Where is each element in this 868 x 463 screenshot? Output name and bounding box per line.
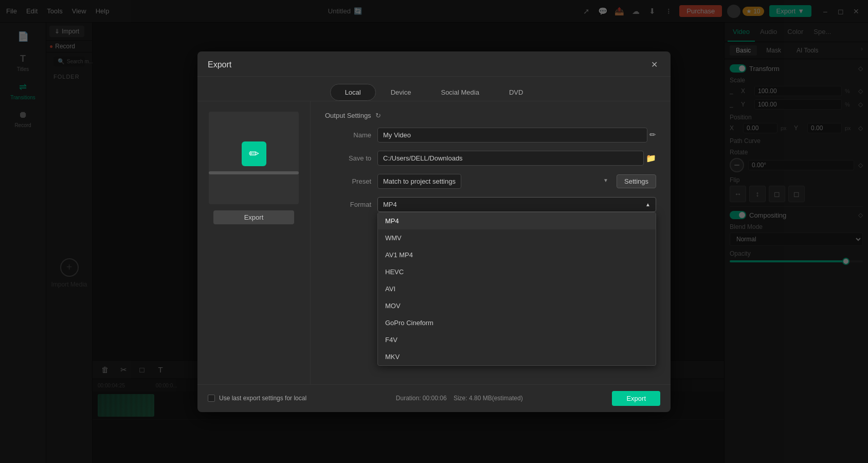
modal-settings: Output Settings ↻ Name ✏ Save to xyxy=(311,101,671,384)
format-option-mkv[interactable]: MKV xyxy=(378,348,656,365)
preset-group: Match to project settings ▼ Settings xyxy=(377,174,656,189)
format-option-gopro[interactable]: GoPro Cineform xyxy=(378,314,656,331)
format-option-hevc[interactable]: HEVC xyxy=(378,263,656,280)
save-to-input[interactable] xyxy=(377,151,644,166)
last-settings-checkbox-row: Use last export settings for local xyxy=(208,395,306,402)
format-option-avi[interactable]: AVI xyxy=(378,280,656,297)
format-dropdown-list: MP4 WMV AV1 MP4 HEVC AVI MOV GoPro Cinef… xyxy=(377,212,656,366)
preset-row: Preset Match to project settings ▼ Setti… xyxy=(325,174,656,189)
format-select-button[interactable]: MP4 ▲ xyxy=(377,197,656,212)
format-current-value: MP4 xyxy=(383,201,397,208)
ai-edit-icon[interactable]: ✏ xyxy=(649,130,656,139)
edit-button[interactable]: Export xyxy=(213,210,295,224)
export-modal: Export ✕ Local Device Social Media DVD ✏… xyxy=(197,51,671,412)
modal-tab-local[interactable]: Local xyxy=(330,84,376,101)
modal-close-button[interactable]: ✕ xyxy=(648,59,660,71)
format-row: Format MP4 ▲ MP4 WMV AV1 MP4 HEVC AVI xyxy=(325,197,656,366)
format-option-mp4[interactable]: MP4 xyxy=(378,212,656,229)
modal-body: ✏ Export Output Settings ↻ Name ✏ xyxy=(197,101,671,384)
modal-header: Export ✕ xyxy=(197,51,671,77)
duration-label: Duration: 00:00:06 xyxy=(396,395,447,402)
modal-overlay: Export ✕ Local Device Social Media DVD ✏… xyxy=(0,0,868,463)
modal-tab-social[interactable]: Social Media xyxy=(426,84,494,101)
save-to-row: Save to 📁 xyxy=(325,151,656,166)
preview-thumb-inner: ✏ xyxy=(209,141,299,174)
format-option-wmv[interactable]: WMV xyxy=(378,229,656,246)
modal-tab-dvd[interactable]: DVD xyxy=(494,84,538,101)
modal-tabs: Local Device Social Media DVD xyxy=(197,77,671,101)
export-submit-button[interactable]: Export xyxy=(612,391,660,406)
preview-bar xyxy=(209,171,299,174)
browse-button[interactable]: 📁 xyxy=(646,153,656,163)
save-to-group: 📁 xyxy=(377,151,656,166)
name-field-group: ✏ xyxy=(377,128,656,143)
save-to-label: Save to xyxy=(325,154,371,162)
name-row: Name ✏ xyxy=(325,128,656,143)
preview-thumbnail: ✏ xyxy=(209,112,299,204)
format-option-av1mp4[interactable]: AV1 MP4 xyxy=(378,246,656,263)
settings-button[interactable]: Settings xyxy=(617,174,656,188)
preset-select-wrapper: Match to project settings ▼ xyxy=(377,174,612,189)
modal-preview: ✏ Export xyxy=(197,101,311,384)
output-settings-icon: ↻ xyxy=(375,112,381,119)
name-input[interactable] xyxy=(377,128,647,143)
format-option-mov[interactable]: MOV xyxy=(378,297,656,314)
last-settings-label: Use last export settings for local xyxy=(219,395,306,402)
modal-title: Export xyxy=(208,60,231,69)
preset-label: Preset xyxy=(325,177,371,185)
format-option-f4v[interactable]: F4V xyxy=(378,331,656,348)
last-settings-checkbox[interactable] xyxy=(208,395,215,402)
output-settings-label: Output Settings ↻ xyxy=(325,112,656,119)
name-label: Name xyxy=(325,131,371,139)
preset-caret-icon: ▼ xyxy=(603,177,608,183)
footer-info: Duration: 00:00:06 Size: 4.80 MB(estimat… xyxy=(313,395,606,402)
output-settings-text: Output Settings xyxy=(325,112,371,119)
format-caret-icon: ▲ xyxy=(645,202,650,207)
preview-icon: ✏ xyxy=(242,141,266,166)
format-dropdown: MP4 ▲ MP4 WMV AV1 MP4 HEVC AVI MOV GoPro… xyxy=(377,197,656,366)
modal-tab-device[interactable]: Device xyxy=(376,84,426,101)
preset-select[interactable]: Match to project settings xyxy=(377,174,461,189)
format-label: Format xyxy=(325,201,371,208)
size-label: Size: 4.80 MB(estimated) xyxy=(454,395,523,402)
modal-footer: Use last export settings for local Durat… xyxy=(197,384,671,412)
